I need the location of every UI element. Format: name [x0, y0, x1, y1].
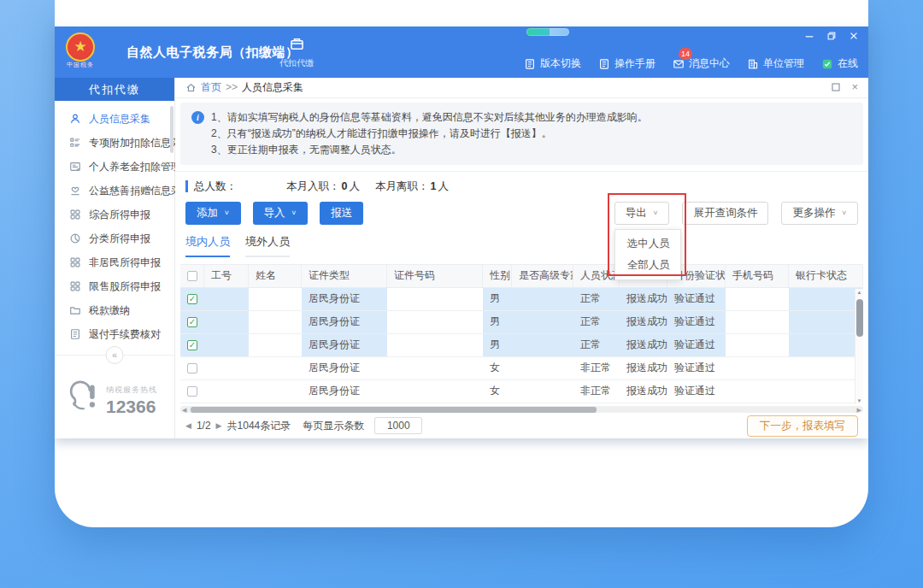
sidebar-item[interactable]: 非居民所得申报 — [55, 250, 174, 274]
panel-maximize-icon[interactable] — [832, 83, 840, 91]
export-menu-item[interactable]: 全部人员 — [615, 255, 680, 276]
sidebar-scrollbar[interactable] — [170, 106, 173, 153]
per-page-input[interactable] — [374, 417, 422, 434]
row-checkbox[interactable] — [187, 386, 197, 397]
table-vertical-scrollbar[interactable]: ▲ ▼ — [855, 289, 863, 405]
select-all-checkbox[interactable] — [187, 271, 197, 281]
chevron-down-icon: ∨ — [841, 209, 847, 216]
table-row: ✓居民身份证男正常报送成功验证通过 — [180, 288, 863, 311]
table-cell — [512, 357, 573, 379]
sidebar-item[interactable]: 分类所得申报 — [55, 226, 174, 250]
sidebar-item[interactable]: 综合所得申报 — [55, 203, 174, 226]
module-tab-daikoudaijiao[interactable]: 代扣代缴 — [270, 26, 323, 78]
info-icon: i — [191, 111, 204, 124]
sidebar-item[interactable]: 人员信息采集 — [55, 107, 174, 131]
toolbar: 添加∨ 导入∨ 报送 导出∨ — [175, 194, 868, 225]
breadcrumb-current: 人员信息采集 — [242, 80, 303, 95]
titlebar-link[interactable]: 在线 — [821, 56, 858, 71]
table-cell: 报送成功 — [620, 288, 667, 310]
scroll-right-icon[interactable]: ▶ — [857, 406, 861, 414]
titlebar-link-label: 操作手册 — [614, 56, 656, 71]
column-header: 人员状态 — [573, 265, 620, 287]
sidebar-item-label: 非居民所得申报 — [89, 256, 161, 270]
export-button[interactable]: 导出∨ — [614, 202, 670, 225]
sidebar: 代扣代缴 人员信息采集 专项附加扣除信息采集 — [55, 78, 175, 438]
home-icon[interactable] — [185, 82, 197, 93]
column-header: 证件号码 — [387, 265, 483, 287]
sidebar-item[interactable]: 公益慈善捐赠信息采集 — [55, 179, 174, 203]
table-cell — [204, 311, 249, 333]
national-emblem-logo: ★ 中国税务 — [63, 32, 97, 67]
restore-button[interactable] — [826, 30, 838, 42]
row-checkbox[interactable]: ✓ — [187, 317, 197, 327]
scroll-up-icon[interactable]: ▲ — [857, 289, 862, 296]
import-button[interactable]: 导入∨ — [253, 202, 309, 225]
table-cell — [726, 334, 789, 356]
pagination-bar: ◀ 1/2 ▶ 共1044条记录 每页显示条数 下一步，报表填写 — [175, 413, 868, 438]
sidebar-collapse-button[interactable]: « — [106, 346, 124, 364]
sidebar-item[interactable]: 退付手续费核对 — [55, 322, 174, 346]
table-horizontal-scrollbar[interactable]: ◀ ▶ — [180, 406, 863, 413]
row-checkbox[interactable]: ✓ — [187, 340, 197, 350]
sidebar-item[interactable]: 专项附加扣除信息采集 — [55, 131, 174, 155]
table-cell — [204, 357, 249, 379]
expand-query-button[interactable]: 展开查询条件 — [682, 202, 768, 225]
table-cell: 验证通过 — [667, 357, 726, 379]
table-cell: 居民身份证 — [302, 380, 387, 403]
row-checkbox-cell — [180, 380, 204, 403]
table-cell — [204, 380, 249, 403]
table-cell: 验证通过 — [667, 380, 726, 403]
table-cell: 居民身份证 — [302, 288, 387, 310]
chevron-down-icon: ∨ — [653, 209, 659, 216]
export-menu-item[interactable]: 选中人员 — [615, 233, 680, 255]
hotline-number: 12366 — [106, 397, 157, 417]
vertical-scroll-thumb[interactable] — [856, 299, 863, 337]
next-step-button[interactable]: 下一步，报表填写 — [747, 415, 858, 437]
total-label: 总人数： — [194, 179, 237, 194]
row-checkbox[interactable]: ✓ — [187, 294, 197, 304]
doc-icon — [69, 328, 81, 340]
row-checkbox-cell: ✓ — [180, 334, 204, 356]
chevron-down-icon: ∨ — [291, 209, 297, 216]
table-cell — [726, 380, 789, 403]
table-cell: 居民身份证 — [302, 334, 387, 356]
sidebar-item-label: 综合所得申报 — [89, 208, 150, 222]
breadcrumb-home[interactable]: 首页 — [201, 80, 221, 95]
hotline-block: 纳税服务热线 12366 — [63, 379, 157, 423]
titlebar-link[interactable]: 操作手册 — [598, 56, 656, 71]
table-cell — [387, 334, 483, 356]
sidebar-item[interactable]: 税款缴纳 — [55, 298, 174, 322]
tab[interactable]: 境内人员 — [185, 234, 230, 257]
next-page-icon[interactable]: ▶ — [216, 421, 222, 430]
row-checkbox[interactable] — [187, 363, 197, 373]
add-button[interactable]: 添加∨ — [185, 202, 241, 225]
content-panel: 首页 >> 人员信息采集 × i 1、请如实填写纳税人的身份信息等基础资料，避免… — [175, 78, 868, 438]
donate-heart-icon — [69, 185, 81, 197]
horizontal-scroll-thumb[interactable] — [191, 407, 597, 413]
panel-close-icon[interactable]: × — [851, 83, 858, 91]
close-button[interactable] — [848, 30, 860, 42]
titlebar-link[interactable]: 单位管理 — [747, 56, 804, 71]
titlebar-link[interactable]: 版本切换 — [524, 56, 581, 71]
table-cell: 验证通过 — [667, 311, 726, 333]
table-cell — [726, 288, 789, 310]
submit-button[interactable]: 报送 — [320, 202, 363, 225]
minimize-button[interactable] — [803, 30, 815, 42]
sidebar-item[interactable]: 限售股所得申报 — [55, 274, 174, 298]
titlebar-link[interactable]: 14 消息中心 — [673, 56, 730, 71]
join-unit: 人 — [349, 179, 360, 194]
scroll-down-icon[interactable]: ▼ — [857, 397, 862, 404]
table-cell: 报送成功 — [620, 403, 667, 405]
sidebar-item[interactable]: 个人养老金扣除管理 — [55, 155, 174, 179]
tab[interactable]: 境外人员 — [245, 234, 290, 257]
prev-page-icon[interactable]: ◀ — [185, 421, 191, 430]
person-tabs: 境内人员境外人员 — [175, 225, 868, 257]
table-cell — [387, 311, 483, 333]
org-icon — [747, 58, 759, 70]
more-actions-button[interactable]: 更多操作∨ — [781, 202, 858, 225]
titlebar-link-label: 版本切换 — [540, 56, 581, 71]
scroll-left-icon[interactable]: ◀ — [182, 406, 186, 414]
table-cell: 非正常 — [573, 357, 620, 379]
list-icon — [69, 137, 81, 149]
table-header-row: 工号姓名证件类型证件号码性别是否高级专家人员状态报送状态身份验证状态手机号码银行… — [180, 265, 863, 288]
